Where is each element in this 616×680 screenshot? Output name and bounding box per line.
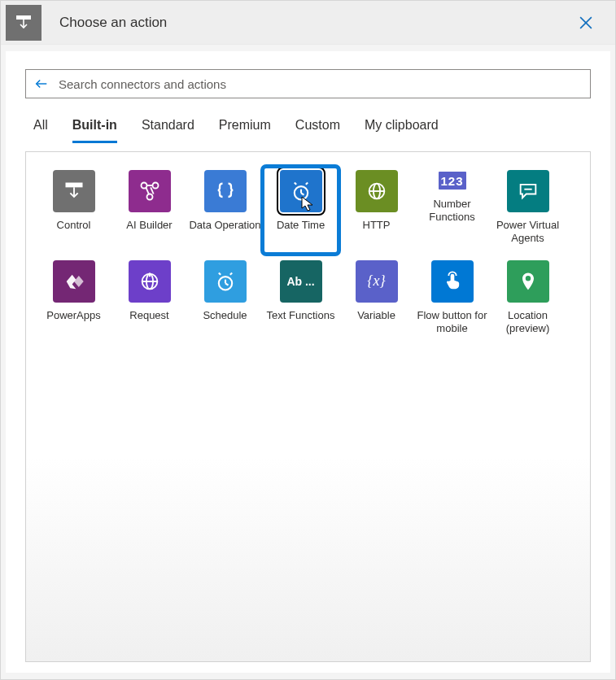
connector-power-virtual-agents[interactable]: Power Virtual Agents bbox=[490, 167, 566, 254]
tab-clipboard[interactable]: My clipboard bbox=[365, 113, 439, 142]
tab-standard[interactable]: Standard bbox=[142, 113, 194, 142]
clock-icon bbox=[280, 170, 322, 212]
request-icon bbox=[129, 260, 171, 303]
connector-number-functions[interactable]: 123 Number Functions bbox=[414, 167, 490, 254]
search-bar bbox=[25, 69, 591, 98]
connector-label: AI Builder bbox=[113, 219, 186, 232]
panel-header: Choose an action bbox=[1, 1, 615, 45]
numbers-icon: 123 bbox=[437, 170, 468, 191]
ai-builder-icon bbox=[129, 170, 171, 212]
pin-icon bbox=[507, 260, 549, 303]
connector-label: PowerApps bbox=[37, 309, 110, 322]
tab-built-in[interactable]: Built-in bbox=[72, 113, 117, 143]
svg-rect-0 bbox=[16, 15, 31, 20]
numbers-tile-text: 123 bbox=[440, 174, 463, 188]
choose-action-panel: Choose an action All Built-in Standard P… bbox=[0, 0, 616, 680]
svg-point-9 bbox=[146, 194, 152, 200]
connector-flow-button-mobile[interactable]: Flow button for mobile bbox=[414, 257, 490, 344]
touch-icon bbox=[431, 260, 474, 303]
connector-label: Schedule bbox=[189, 309, 261, 322]
svg-line-25 bbox=[225, 283, 229, 285]
globe-icon bbox=[356, 170, 398, 212]
tab-all[interactable]: All bbox=[33, 113, 48, 142]
connector-text-functions[interactable]: Ab ... Text Functions bbox=[263, 257, 339, 344]
connector-label: Data Operation bbox=[189, 219, 261, 232]
svg-point-8 bbox=[152, 183, 158, 189]
tab-bar: All Built-in Standard Premium Custom My … bbox=[25, 110, 591, 143]
chat-icon bbox=[507, 170, 549, 212]
text-icon: Ab ... bbox=[280, 260, 322, 303]
control-icon bbox=[6, 5, 42, 41]
connector-variable[interactable]: {x} Variable bbox=[339, 257, 414, 344]
connector-label: Flow button for mobile bbox=[416, 309, 488, 336]
connector-label: Variable bbox=[340, 309, 413, 322]
powerapps-icon bbox=[53, 260, 95, 303]
connector-label: Request bbox=[113, 309, 186, 322]
connector-grid: Control AI Builder bbox=[25, 151, 591, 662]
connector-label: Date Time bbox=[264, 219, 337, 232]
connector-ai-builder[interactable]: AI Builder bbox=[111, 167, 187, 254]
close-button[interactable] bbox=[579, 16, 615, 29]
svg-rect-5 bbox=[65, 183, 82, 188]
svg-line-10 bbox=[146, 187, 149, 194]
text-tile-text: Ab ... bbox=[286, 275, 314, 288]
svg-line-15 bbox=[301, 193, 304, 194]
tab-premium[interactable]: Premium bbox=[219, 113, 271, 142]
variable-icon: {x} bbox=[356, 260, 398, 303]
connector-label: HTTP bbox=[340, 219, 413, 232]
alarm-icon bbox=[204, 260, 247, 303]
connector-label: Control bbox=[37, 219, 110, 232]
connector-schedule[interactable]: Schedule bbox=[187, 257, 263, 344]
braces-icon bbox=[204, 170, 247, 212]
connector-http[interactable]: HTTP bbox=[339, 167, 414, 254]
search-input[interactable] bbox=[57, 76, 582, 92]
connector-powerapps[interactable]: PowerApps bbox=[36, 257, 111, 344]
connector-label: Location (preview) bbox=[491, 309, 564, 336]
back-arrow-icon[interactable] bbox=[34, 76, 49, 91]
connector-label: Text Functions bbox=[264, 309, 337, 322]
connector-label: Power Virtual Agents bbox=[491, 219, 564, 246]
connector-control[interactable]: Control bbox=[36, 167, 111, 254]
connector-request[interactable]: Request bbox=[111, 257, 187, 344]
panel-body: All Built-in Standard Premium Custom My … bbox=[6, 51, 610, 673]
connector-location[interactable]: Location (preview) bbox=[490, 257, 566, 344]
control-icon bbox=[53, 170, 95, 212]
panel-title: Choose an action bbox=[42, 15, 579, 31]
connector-data-operation[interactable]: Data Operation bbox=[187, 167, 263, 254]
svg-line-11 bbox=[151, 187, 154, 194]
tab-custom[interactable]: Custom bbox=[295, 113, 340, 142]
connector-label: Number Functions bbox=[416, 198, 488, 224]
variable-tile-text: {x} bbox=[367, 272, 385, 290]
connector-date-time[interactable]: Date Time bbox=[263, 167, 339, 254]
